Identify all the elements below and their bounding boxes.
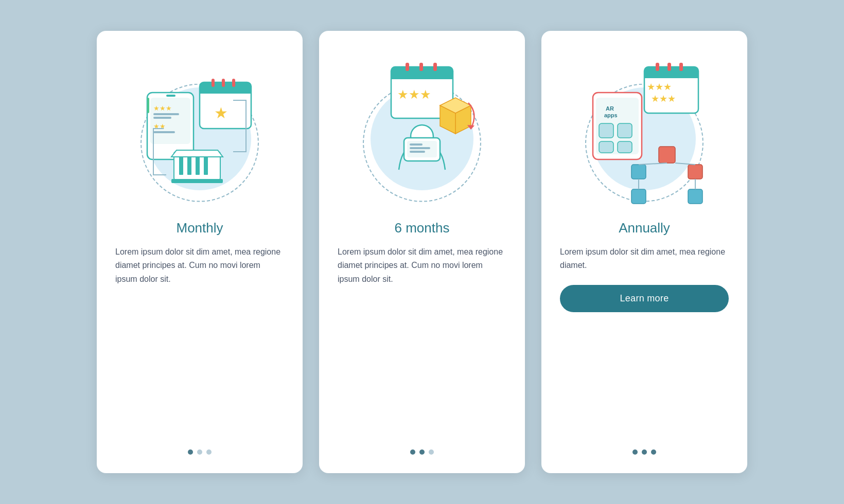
learn-more-button[interactable]: Learn more xyxy=(560,285,729,312)
dot-3 xyxy=(429,449,434,455)
svg-line-61 xyxy=(639,163,667,165)
svg-rect-58 xyxy=(688,165,702,179)
svg-rect-4 xyxy=(153,117,171,119)
6months-dots xyxy=(410,443,434,455)
monthly-text: Lorem ipsum dolor sit dim amet, mea regi… xyxy=(115,245,284,286)
svg-text:AR: AR xyxy=(606,105,614,112)
6months-title: 6 months xyxy=(395,220,450,236)
svg-rect-46 xyxy=(599,141,613,153)
svg-rect-60 xyxy=(688,189,702,204)
svg-rect-50 xyxy=(644,73,698,78)
annually-title: Annually xyxy=(619,220,670,236)
dot-2 xyxy=(197,449,202,455)
svg-rect-19 xyxy=(196,157,200,175)
svg-rect-8 xyxy=(147,98,149,113)
6months-svg: ★★★ xyxy=(360,51,484,206)
svg-rect-59 xyxy=(631,189,646,204)
svg-rect-51 xyxy=(656,63,659,71)
svg-rect-45 xyxy=(618,123,632,138)
card-annually: AR apps ★★★ ★★★ xyxy=(541,31,747,473)
svg-text:★: ★ xyxy=(214,104,228,121)
svg-rect-27 xyxy=(419,63,423,71)
svg-rect-28 xyxy=(433,63,437,71)
svg-text:★★★: ★★★ xyxy=(397,87,431,101)
illustration-6months: ★★★ xyxy=(360,51,484,206)
svg-rect-33 xyxy=(410,143,423,146)
illustration-monthly: ★★★ ★★ ★ xyxy=(138,51,261,206)
svg-rect-6 xyxy=(153,131,175,133)
dot-2 xyxy=(419,449,425,455)
dot-1 xyxy=(188,449,193,455)
svg-rect-11 xyxy=(200,88,251,94)
monthly-svg: ★★★ ★★ ★ xyxy=(138,51,261,206)
svg-text:★★★: ★★★ xyxy=(647,82,672,92)
illustration-annually: AR apps ★★★ ★★★ xyxy=(583,51,706,206)
svg-rect-53 xyxy=(679,63,683,71)
svg-rect-47 xyxy=(618,141,632,153)
svg-rect-56 xyxy=(659,147,675,163)
svg-text:apps: apps xyxy=(604,112,618,118)
svg-line-62 xyxy=(675,163,695,165)
svg-rect-34 xyxy=(410,147,430,149)
dot-1 xyxy=(410,449,415,455)
svg-text:★★★: ★★★ xyxy=(153,104,172,112)
svg-rect-3 xyxy=(153,113,179,115)
dot-2 xyxy=(642,449,647,455)
svg-rect-18 xyxy=(187,157,191,175)
dot-3 xyxy=(206,449,212,455)
monthly-dots xyxy=(188,443,212,455)
svg-rect-25 xyxy=(391,74,453,79)
svg-rect-35 xyxy=(410,151,425,153)
svg-rect-52 xyxy=(667,63,671,71)
svg-rect-7 xyxy=(166,95,175,97)
svg-rect-44 xyxy=(599,123,613,138)
svg-rect-20 xyxy=(204,157,208,175)
6months-text: Lorem ipsum dolor sit dim amet, mea regi… xyxy=(338,245,506,286)
svg-rect-14 xyxy=(232,79,235,87)
annually-text: Lorem ipsum dolor sit dim amet, mea regi… xyxy=(560,245,729,273)
svg-marker-21 xyxy=(171,150,223,157)
svg-rect-22 xyxy=(171,179,223,183)
card-6months: ★★★ 6 months xyxy=(319,31,525,473)
annually-dots xyxy=(632,443,656,455)
svg-rect-17 xyxy=(179,157,183,175)
dot-3 xyxy=(651,449,656,455)
monthly-title: Monthly xyxy=(176,220,223,236)
cards-container: ★★★ ★★ ★ xyxy=(97,31,747,473)
svg-rect-12 xyxy=(212,79,215,87)
svg-rect-26 xyxy=(406,63,409,71)
svg-rect-13 xyxy=(222,79,225,87)
dot-1 xyxy=(632,449,638,455)
card-monthly: ★★★ ★★ ★ xyxy=(97,31,303,473)
svg-text:★★★: ★★★ xyxy=(651,94,676,104)
annually-svg: AR apps ★★★ ★★★ xyxy=(583,51,706,206)
svg-rect-57 xyxy=(631,165,646,179)
